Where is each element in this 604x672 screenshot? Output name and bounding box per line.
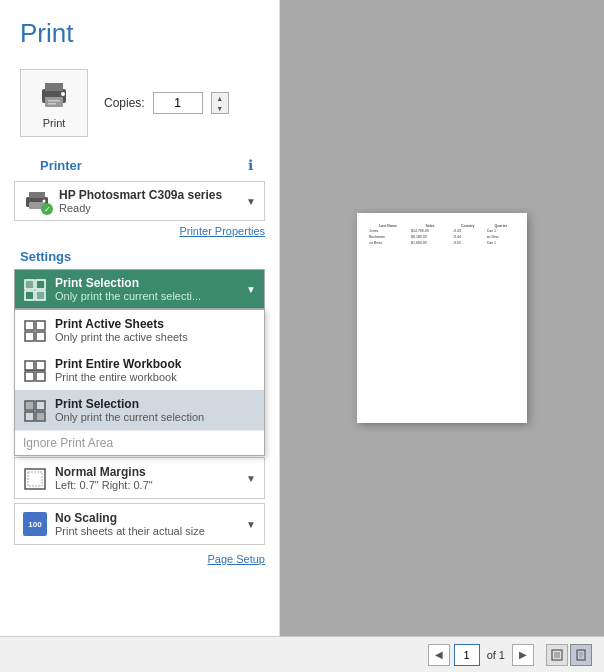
- copies-up-btn[interactable]: ▲: [212, 93, 228, 103]
- svg-rect-34: [28, 472, 42, 486]
- print-selection-menu: Print Active Sheets Only print the activ…: [14, 309, 265, 456]
- settings-section: Settings: [0, 243, 279, 573]
- left-panel: Print Print Copies: ▲: [0, 0, 280, 636]
- dropdown-item-print-selection[interactable]: Print Selection Only print the current s…: [15, 390, 264, 430]
- print-selection-menu-sub: Only print the current selection: [55, 411, 204, 423]
- printer-dropdown[interactable]: ✓ HP Photosmart C309a series Ready ▼: [14, 181, 265, 221]
- svg-rect-28: [36, 401, 45, 410]
- scaling-text: No Scaling Print sheets at their actual …: [55, 511, 205, 537]
- margins-row[interactable]: Normal Margins Left: 0.7" Right: 0.7" ▼: [14, 457, 265, 499]
- copies-down-btn[interactable]: ▼: [212, 103, 228, 113]
- bottom-bar: ◀ of 1 ▶: [0, 636, 604, 672]
- svg-point-9: [43, 200, 46, 203]
- copies-spinner: ▲ ▼: [211, 92, 229, 114]
- svg-rect-36: [554, 652, 560, 658]
- entire-workbook-sub: Print the entire workbook: [55, 371, 181, 383]
- copies-area: Copies: ▲ ▼: [104, 92, 229, 114]
- print-selection-sub: Only print the current selecti...: [55, 290, 201, 302]
- fit-view-icon: [551, 649, 563, 661]
- print-selection-wrapper: Print Selection Only print the current s…: [14, 269, 265, 309]
- svg-rect-32: [37, 413, 44, 420]
- svg-rect-15: [37, 281, 44, 288]
- svg-rect-21: [36, 332, 45, 341]
- ignore-print-area: Ignore Print Area: [15, 430, 264, 455]
- printer-section-header: Printer: [20, 152, 102, 177]
- svg-rect-7: [29, 192, 45, 198]
- printer-status: Ready: [59, 202, 238, 214]
- svg-rect-20: [25, 332, 34, 341]
- page-title: Print: [0, 0, 279, 59]
- print-selection-icon: [23, 278, 47, 302]
- active-sheets-icon: [23, 319, 47, 343]
- fit-view-btn[interactable]: [546, 644, 568, 666]
- printer-icon-small: ✓: [23, 189, 51, 213]
- print-button[interactable]: Print: [20, 69, 88, 137]
- svg-rect-18: [25, 321, 34, 330]
- svg-rect-17: [37, 292, 44, 299]
- svg-rect-14: [26, 281, 33, 288]
- entire-workbook-main: Print Entire Workbook: [55, 357, 181, 371]
- margins-text: Normal Margins Left: 0.7" Right: 0.7": [55, 465, 153, 491]
- svg-point-5: [61, 92, 65, 96]
- printer-icon: [36, 77, 72, 113]
- printer-dropdown-arrow: ▼: [246, 196, 256, 207]
- view-icons: [546, 644, 592, 666]
- page-number-input[interactable]: [454, 644, 480, 666]
- prev-page-btn[interactable]: ◀: [428, 644, 450, 666]
- margins-arrow: ▼: [246, 473, 256, 484]
- copies-label: Copies:: [104, 96, 145, 110]
- dropdown-item-entire-workbook[interactable]: Print Entire Workbook Print the entire w…: [15, 350, 264, 390]
- page-view-btn[interactable]: [570, 644, 592, 666]
- page-of-text: of 1: [487, 649, 505, 661]
- svg-rect-31: [26, 402, 33, 409]
- svg-rect-2: [45, 97, 63, 107]
- print-selection-dropdown[interactable]: Print Selection Only print the current s…: [14, 269, 265, 309]
- svg-rect-16: [26, 292, 33, 299]
- scaling-arrow: ▼: [246, 519, 256, 530]
- next-page-btn[interactable]: ▶: [512, 644, 534, 666]
- svg-rect-25: [36, 372, 45, 381]
- svg-rect-19: [36, 321, 45, 330]
- printer-info-icon[interactable]: ℹ: [248, 157, 259, 173]
- scaling-icon: 100: [23, 512, 47, 536]
- scaling-main: No Scaling: [55, 511, 205, 525]
- svg-rect-29: [25, 412, 34, 421]
- preview-table: Last Name Sales Country Quarter Jones $1…: [367, 223, 517, 247]
- page-setup-link[interactable]: Page Setup: [0, 549, 279, 573]
- printer-properties-link[interactable]: Printer Properties: [0, 221, 279, 243]
- active-sheets-main: Print Active Sheets: [55, 317, 188, 331]
- copies-input[interactable]: [153, 92, 203, 114]
- svg-rect-4: [48, 103, 56, 105]
- dropdown-item-active-sheets[interactable]: Print Active Sheets Only print the activ…: [15, 310, 264, 350]
- printer-section-header-row: Printer ℹ: [0, 152, 279, 181]
- page-preview: Last Name Sales Country Quarter Jones $1…: [357, 213, 527, 423]
- svg-rect-22: [25, 361, 34, 370]
- svg-rect-1: [45, 83, 63, 91]
- margins-sub: Left: 0.7" Right: 0.7": [55, 479, 153, 491]
- margins-main: Normal Margins: [55, 465, 153, 479]
- print-selection-text: Print Selection Only print the current s…: [55, 276, 201, 302]
- printer-info: HP Photosmart C309a series Ready: [59, 188, 238, 214]
- print-selection-arrow: ▼: [246, 284, 256, 295]
- settings-section-header: Settings: [0, 243, 91, 268]
- margins-icon: [23, 467, 47, 491]
- svg-rect-11: [36, 280, 45, 289]
- svg-rect-12: [25, 291, 34, 300]
- printer-ready-check: ✓: [41, 203, 53, 215]
- svg-rect-23: [36, 361, 45, 370]
- preview-content: Last Name Sales Country Quarter Jones $1…: [367, 223, 517, 247]
- active-sheets-sub: Only print the active sheets: [55, 331, 188, 343]
- print-selection-main: Print Selection: [55, 276, 201, 290]
- entire-workbook-text: Print Entire Workbook Print the entire w…: [55, 357, 181, 383]
- print-button-label: Print: [43, 117, 66, 129]
- print-btn-area: Print Copies: ▲ ▼: [0, 59, 279, 152]
- svg-rect-24: [25, 372, 34, 381]
- svg-rect-3: [48, 100, 60, 102]
- right-panel: Last Name Sales Country Quarter Jones $1…: [280, 0, 604, 636]
- entire-workbook-icon: [23, 359, 47, 383]
- scaling-sub: Print sheets at their actual size: [55, 525, 205, 537]
- print-selection-menu-text: Print Selection Only print the current s…: [55, 397, 204, 423]
- scaling-row[interactable]: 100 No Scaling Print sheets at their act…: [14, 503, 265, 545]
- print-selection-menu-main: Print Selection: [55, 397, 204, 411]
- active-sheets-text: Print Active Sheets Only print the activ…: [55, 317, 188, 343]
